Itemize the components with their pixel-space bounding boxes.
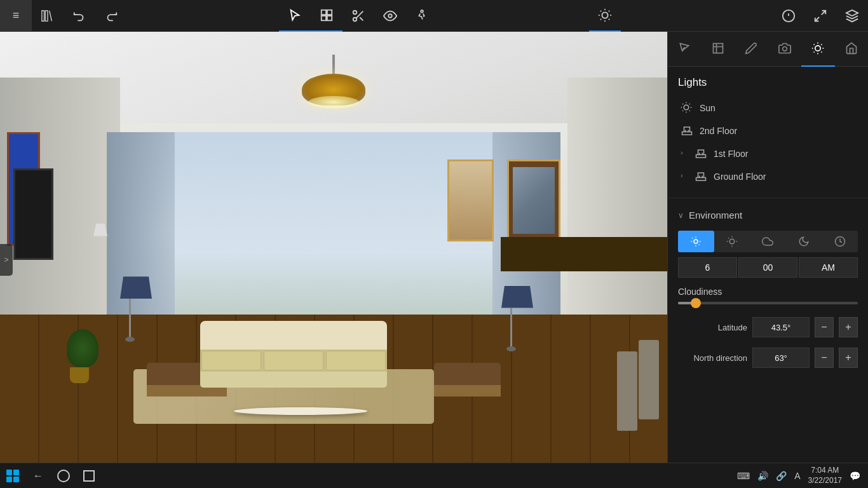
undo-button[interactable] (64, 0, 95, 32)
start-button[interactable] (0, 463, 25, 489)
svg-line-16 (609, 18, 609, 19)
latitude-input[interactable]: 43.5° (752, 317, 810, 337)
panel-draw-button[interactable] (735, 32, 768, 67)
north-direction-input[interactable]: 63° (752, 348, 810, 368)
latitude-row: Latitude 43.5° − + (668, 312, 868, 342)
svg-rect-49 (696, 155, 706, 158)
environment-section: ∨ Environment (668, 198, 868, 379)
sunny-icon (726, 236, 738, 247)
latitude-plus-button[interactable]: + (839, 317, 858, 337)
svg-line-40 (682, 104, 683, 104)
time-ampm-input[interactable]: AM (799, 257, 858, 278)
notification-icon[interactable]: 💬 (850, 471, 860, 481)
armchair-right-seat (434, 385, 501, 396)
1st-floor-icon (695, 147, 707, 160)
language-icon[interactable]: A (794, 471, 800, 481)
sofa-seat (200, 372, 387, 388)
panel-build-button[interactable] (702, 32, 735, 67)
environment-header[interactable]: ∨ Environment (668, 205, 868, 226)
2nd-floor-label: 2nd Floor (700, 126, 737, 136)
time-minutes-input[interactable]: 00 (738, 257, 797, 278)
objects-button[interactable] (311, 0, 342, 32)
menu-button[interactable]: ≡ (0, 0, 32, 32)
cloudiness-thumb[interactable] (691, 298, 701, 308)
lights-section: Lights Sun (668, 67, 868, 198)
square-icon (83, 470, 95, 482)
panel-paint-button[interactable] (668, 32, 702, 67)
back-icon: ← (33, 470, 43, 482)
keyboard-icon[interactable]: ⌨ (737, 471, 750, 481)
panel-home-button[interactable] (835, 32, 869, 67)
env-type-cloudy[interactable] (750, 231, 786, 252)
back-button[interactable]: ← (25, 463, 51, 489)
library-button[interactable] (32, 0, 64, 32)
collapse-panel-button[interactable]: > (0, 244, 13, 276)
1st-floor-chevron: › (681, 149, 691, 159)
info-icon (782, 9, 796, 23)
curtain-left (107, 132, 175, 333)
env-type-night[interactable] (786, 231, 822, 252)
time-hour-input[interactable]: 6 (678, 257, 737, 278)
3d-button[interactable] (836, 0, 868, 32)
svg-line-65 (728, 238, 729, 238)
latitude-minus-button[interactable]: − (815, 317, 834, 337)
sofa-cushion-2 (264, 351, 323, 370)
floor-lamp-left (120, 276, 139, 342)
north-direction-minus-button[interactable]: − (815, 348, 834, 368)
window-view (175, 132, 492, 333)
panel-camera-button[interactable] (768, 32, 802, 67)
env-type-sunny[interactable] (714, 231, 750, 252)
home-circle-button[interactable] (51, 463, 76, 489)
redo-button[interactable] (95, 0, 127, 32)
circle-icon (57, 470, 70, 482)
wall-lamp (93, 224, 109, 243)
light-item-sun[interactable]: Sun (668, 97, 868, 119)
info-button[interactable] (773, 0, 804, 32)
artwork-2 (447, 159, 494, 241)
3d-viewport[interactable]: > (0, 32, 667, 488)
menu-icon: ≡ (13, 9, 20, 22)
svg-line-44 (682, 111, 683, 111)
svg-point-12 (602, 12, 608, 18)
env-type-clear[interactable] (678, 231, 714, 252)
svg-rect-26 (713, 44, 722, 53)
sun-item-label: Sun (700, 103, 715, 113)
svg-line-15 (600, 10, 601, 11)
svg-rect-46 (682, 132, 692, 135)
volume-icon[interactable]: 🔊 (757, 471, 768, 481)
library-icon (41, 9, 55, 23)
light-item-ground-floor[interactable]: › Ground Floor (668, 165, 868, 188)
svg-line-36 (822, 44, 822, 45)
svg-line-24 (822, 10, 825, 14)
plant-pot-left (70, 367, 89, 383)
latitude-label: Latitude (678, 323, 747, 332)
tv (13, 168, 53, 260)
cut-button[interactable] (342, 0, 374, 32)
panel-sun-button[interactable] (801, 32, 835, 67)
svg-line-20 (609, 10, 609, 11)
lamp-base-left (125, 337, 135, 342)
expand-button[interactable] (804, 0, 836, 32)
plant-left (67, 329, 92, 383)
north-direction-row: North direction 63° − + (668, 342, 868, 373)
taskbar-clock[interactable]: 7:04 AM 3/22/2017 (808, 466, 842, 485)
environment-title: Environment (689, 210, 742, 220)
select-button[interactable] (279, 0, 311, 32)
light-item-1st-floor[interactable]: › 1st Floor (668, 142, 868, 165)
walk-button[interactable] (406, 0, 438, 32)
dining-chair-1 (639, 340, 659, 420)
collapse-icon: > (4, 255, 8, 264)
environment-types (678, 231, 858, 252)
network-icon[interactable]: 🔗 (776, 471, 787, 481)
sun-button[interactable] (589, 0, 621, 32)
north-direction-plus-button[interactable]: + (839, 348, 858, 368)
svg-rect-1 (45, 10, 48, 21)
svg-point-6 (353, 10, 356, 14)
light-item-2nd-floor[interactable]: 2nd Floor (668, 119, 868, 142)
build-icon (712, 42, 724, 55)
apps-square-button[interactable] (76, 463, 102, 489)
lamp-pole-left (129, 299, 131, 337)
view-button[interactable] (374, 0, 406, 32)
env-type-clock[interactable] (822, 231, 858, 252)
cloudiness-slider[interactable] (678, 302, 858, 304)
